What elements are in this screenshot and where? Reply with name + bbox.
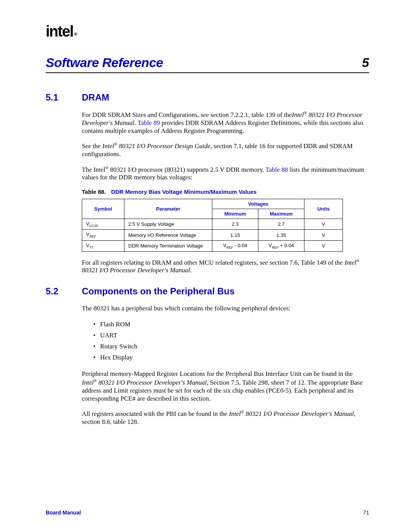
table-row: VCC25 2.5 V Supply Voltage 2.3 2.7 V xyxy=(82,219,343,230)
section-5-1-para-3: The Intel® 80321 I/O processor (80321) s… xyxy=(82,165,369,182)
chapter-number: 5 xyxy=(362,55,369,70)
table-88-link[interactable]: Table 88 xyxy=(266,166,288,173)
section-5-2-num: 5.2 xyxy=(46,286,82,297)
table-header-row-1: Symbol Parameter Voltages Units xyxy=(82,199,343,209)
section-5-2-para-2: Peripheral memory-Mapped Register Locati… xyxy=(82,370,369,403)
table-row: VREF Memory I/O Reference Voltage 1.15 1… xyxy=(82,230,343,241)
section-5-1-title: DRAM xyxy=(82,92,109,103)
intel-logo: intel® xyxy=(46,23,369,40)
section-5-2-para-1: The 80321 has a peripheral bus which con… xyxy=(82,304,369,312)
section-5-2-heading: 5.2 Components on the Peripheral Bus xyxy=(46,286,369,297)
th-maximum: Maximum xyxy=(258,209,304,219)
footer-page-number: 71 xyxy=(363,510,369,516)
th-units: Units xyxy=(304,199,343,219)
section-5-1-para-4: For all registers relating to DRAM and o… xyxy=(82,258,369,275)
page: intel® Software Reference 5 5.1 DRAM For… xyxy=(0,0,411,532)
logo-text: intel xyxy=(46,23,73,40)
section-5-2-title: Components on the Peripheral Bus xyxy=(82,286,234,297)
table-88: Symbol Parameter Voltages Units Minimum … xyxy=(82,199,343,252)
th-voltages: Voltages xyxy=(212,199,304,209)
logo-reg: ® xyxy=(74,32,77,37)
list-item: UART xyxy=(93,330,369,341)
th-parameter: Parameter xyxy=(124,199,212,219)
section-5-1-heading: 5.1 DRAM xyxy=(46,92,369,103)
th-symbol: Symbol xyxy=(82,199,124,219)
table-88-caption: Table 88.DDR Memory Bias Voltage Minimum… xyxy=(82,189,369,195)
section-5-2-para-3: All registers associated with the PBI ca… xyxy=(82,409,369,426)
chapter-header: Software Reference 5 xyxy=(46,55,369,73)
table-89-link[interactable]: Table 89 xyxy=(137,119,160,126)
section-5-1-para-2: See the Intel® 80321 I/O Processor Desig… xyxy=(82,142,369,158)
table-row: VTT DDR Memory Termination Voltage VREF … xyxy=(82,240,343,251)
peripheral-list: Flash ROM UART Rotary Switch Hex Display xyxy=(93,319,369,363)
section-5-1-num: 5.1 xyxy=(46,92,82,103)
list-item: Rotary Switch xyxy=(93,341,369,352)
footer-left: Board Manual xyxy=(46,510,81,516)
chapter-title: Software Reference xyxy=(46,55,163,70)
th-minimum: Minimum xyxy=(212,209,258,219)
page-footer: Board Manual 71 xyxy=(46,510,369,516)
list-item: Hex Display xyxy=(93,352,369,363)
list-item: Flash ROM xyxy=(93,319,369,330)
section-5-1-para-1: For DDR SDRAM Sizes and Configurations, … xyxy=(82,110,369,135)
